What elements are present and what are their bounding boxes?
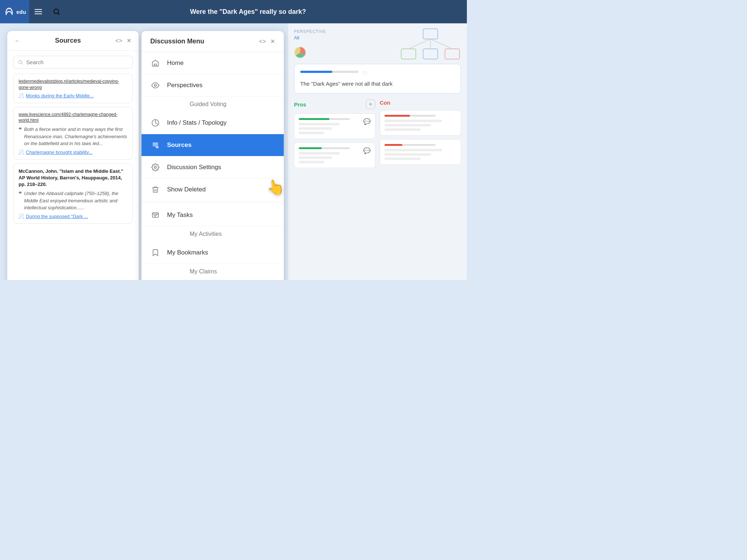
search-button[interactable] xyxy=(47,0,66,23)
source-link-3[interactable]: 📄 During the supposed "Dark ... xyxy=(19,214,127,219)
eye-icon xyxy=(150,80,160,90)
cons-column: Con xyxy=(380,100,461,172)
logo-text: edu xyxy=(16,9,26,15)
menu-sources-label: Sources xyxy=(167,141,191,149)
arg-line xyxy=(384,149,442,151)
sources-search-box[interactable] xyxy=(13,56,133,69)
pros-cons-section: Pros + xyxy=(294,100,461,172)
back-button[interactable]: ← xyxy=(15,38,20,44)
svg-point-0 xyxy=(54,9,59,14)
con-arg-2-lines xyxy=(384,149,456,160)
search-input[interactable] xyxy=(26,59,128,65)
pro-arg-2-bar-fill xyxy=(299,147,322,149)
arg-line xyxy=(384,153,431,156)
discussion-title: Were the "Dark Ages" really so dark? xyxy=(66,8,467,16)
discussion-panel-inner: PERSPECTIVE All ♡ The "Dark Ages" were n… xyxy=(288,23,467,280)
menu-item-my-bookmarks[interactable]: My Bookmarks xyxy=(142,242,284,264)
menu-item-my-claims[interactable]: My Claims xyxy=(142,264,284,279)
menu-item-guided-voting[interactable]: Guided Voting xyxy=(142,97,284,112)
claim-progress-fill xyxy=(300,71,332,73)
source-url-1[interactable]: leidenmedievalistsblog.nl/articles/medie… xyxy=(19,78,127,91)
arg-line xyxy=(299,132,324,134)
search-icon xyxy=(53,8,61,16)
source-title-3: McCannon, John. "Islam and the Middle Ea… xyxy=(19,168,127,188)
svg-rect-8 xyxy=(423,29,438,39)
pro-arg-2-lines xyxy=(299,152,350,163)
cons-label: Con xyxy=(380,100,390,106)
menu-item-my-tasks[interactable]: My Tasks xyxy=(142,204,284,226)
heart-button[interactable]: ♡ xyxy=(362,70,367,77)
sources-panel: ← Sources <> ✕ leidenmedievalistsblog.nl… xyxy=(7,31,139,280)
discussion-menu-header: Discussion Menu <> ✕ xyxy=(142,31,284,52)
arg-line xyxy=(299,127,332,130)
source-card-1: leidenmedievalistsblog.nl/articles/medie… xyxy=(13,74,133,103)
add-pro-button[interactable]: + xyxy=(366,100,375,109)
cons-header: Con xyxy=(380,100,461,106)
menu-item-show-deleted[interactable]: Show Deleted xyxy=(142,179,284,201)
svg-rect-9 xyxy=(401,49,416,59)
source-link-2[interactable]: 📄 Charlemagne brought stability... xyxy=(19,149,127,155)
source-url-2[interactable]: www.livescience.com/4892-charlemagne-cha… xyxy=(19,112,127,124)
pro-arg-1-lines xyxy=(299,123,350,134)
menu-divider-1 xyxy=(142,202,284,203)
arg-line xyxy=(384,120,442,122)
menu-my-tasks-label: My Tasks xyxy=(167,211,193,219)
menu-item-perspectives[interactable]: Perspectives xyxy=(142,74,284,97)
sources-header-icons: <> ✕ xyxy=(115,37,131,44)
top-navigation-bar: edu Were the "Dark Ages" really so dark? xyxy=(0,0,467,23)
menu-item-info-stats[interactable]: Info / Stats / Topology xyxy=(142,112,284,134)
tasks-icon xyxy=(150,210,160,220)
code-icon[interactable]: <> xyxy=(115,38,122,44)
arg-line xyxy=(299,156,332,159)
gear-icon xyxy=(150,162,160,172)
svg-line-14 xyxy=(430,39,452,49)
source-link-icon-1: 📄 xyxy=(19,93,24,98)
comment-icon-2[interactable]: 💬 xyxy=(363,147,371,154)
hamburger-icon xyxy=(35,9,42,14)
home-icon xyxy=(150,58,160,68)
search-icon xyxy=(18,59,23,65)
arg-line xyxy=(299,152,340,155)
menu-item-discussion-settings[interactable]: Discussion Settings xyxy=(142,156,284,179)
arg-line xyxy=(384,158,421,160)
discussion-menu-code-icon[interactable]: <> xyxy=(259,38,266,45)
app-logo[interactable]: edu xyxy=(0,0,29,23)
pros-label: Pros xyxy=(294,101,306,108)
discussion-menu-title: Discussion Menu xyxy=(150,38,204,45)
pie-chart-icon xyxy=(294,46,306,59)
con-arg-1 xyxy=(380,110,461,136)
source-card-3: McCannon, John. "Islam and the Middle Ea… xyxy=(13,163,133,224)
pro-arg-1: 💬 xyxy=(294,113,375,139)
hamburger-menu-button[interactable] xyxy=(29,0,47,23)
arg-line xyxy=(299,123,340,125)
pro-arg-1-inner: 💬 xyxy=(299,118,371,134)
menu-info-stats-label: Info / Stats / Topology xyxy=(167,119,227,127)
discussion-menu-close-icon[interactable]: ✕ xyxy=(270,38,275,45)
svg-rect-7 xyxy=(152,213,159,218)
bookmark-icon xyxy=(150,248,160,258)
source-link-1[interactable]: 📄 Monks during the Early Middle... xyxy=(19,93,127,98)
menu-item-my-activities[interactable]: My Activities xyxy=(142,226,284,242)
arg-line xyxy=(384,128,421,131)
trash-icon xyxy=(150,184,160,195)
svg-point-3 xyxy=(154,84,156,86)
menu-item-sources[interactable]: Sources xyxy=(142,134,284,156)
menu-perspectives-label: Perspectives xyxy=(167,82,202,89)
cursor-hand: 👆 xyxy=(265,177,286,197)
source-card-2: www.livescience.com/4892-charlemagne-cha… xyxy=(13,107,133,160)
pro-arg-2-inner: 💬 xyxy=(299,147,371,163)
pro-arg-1-content xyxy=(299,118,350,134)
chart-pie-icon xyxy=(150,118,160,128)
con-arg-2-bar-fill xyxy=(384,144,402,146)
svg-rect-10 xyxy=(423,49,438,59)
menu-item-home[interactable]: Home xyxy=(142,52,284,74)
arg-line xyxy=(384,124,431,127)
discussion-menu-header-icons: <> ✕ xyxy=(259,38,275,45)
svg-line-12 xyxy=(409,39,430,49)
comment-icon-1[interactable]: 💬 xyxy=(363,118,371,125)
claim-text: The "Dark Ages" were not all that dark xyxy=(300,80,455,88)
con-arg-1-bar-fill xyxy=(384,115,410,117)
pro-arg-1-bar xyxy=(299,118,350,120)
close-icon[interactable]: ✕ xyxy=(127,37,131,44)
pros-header: Pros + xyxy=(294,100,375,109)
